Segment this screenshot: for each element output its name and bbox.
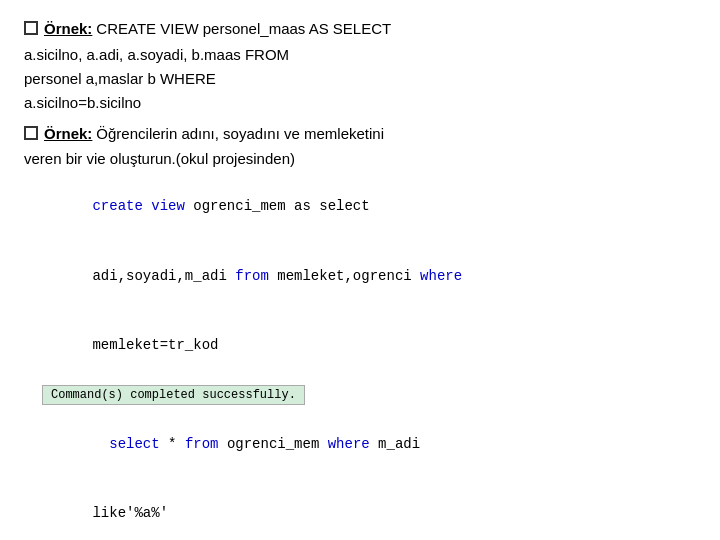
example1-header: Örnek: CREATE VIEW personel_maas AS SELE… (24, 18, 696, 41)
success-message: Command(s) completed successfully. (42, 385, 305, 405)
code2-like: like'%a%' (92, 505, 168, 521)
example1-line2: a.sicilno, a.adi, a.soyadi, b.maas FROM (24, 43, 696, 67)
code-block-1: create view ogrenci_mem as select (42, 173, 696, 240)
kw-from-1: from (235, 268, 269, 284)
ornek-label-1: Örnek: (44, 20, 92, 37)
example1-text: CREATE VIEW personel_maas AS SELECT (96, 20, 391, 37)
kw-from-2: from (185, 436, 219, 452)
code2-indent (92, 436, 109, 452)
example2-desc1: Öğrencilerin adını, soyadını ve memleket… (96, 123, 384, 146)
code1-rest1: ogrenci_mem as select (185, 198, 370, 214)
kw-select: select (109, 436, 159, 452)
code-block-4: select * from ogrenci_mem where m_adi (42, 411, 696, 478)
code-block-5: like'%a%' (42, 480, 696, 540)
code1-memleket-trkod: memleket=tr_kod (92, 337, 218, 353)
example2-header: Örnek: Öğrencilerin adını, soyadını ve m… (24, 123, 696, 146)
code2-table: ogrenci_mem (218, 436, 327, 452)
content-area: Örnek: CREATE VIEW personel_maas AS SELE… (24, 18, 696, 540)
kw-create-view: create view (92, 198, 184, 214)
example-1-block: Örnek: CREATE VIEW personel_maas AS SELE… (24, 18, 696, 115)
bullet-2 (24, 126, 38, 140)
example1-line3: personel a,maslar b WHERE (24, 67, 696, 91)
code2-star: * (160, 436, 185, 452)
code-block-2: adi,soyadi,m_adi from memleket,ogrenci w… (42, 242, 696, 309)
example-2-block: Örnek: Öğrencilerin adını, soyadını ve m… (24, 123, 696, 541)
kw-where-2: where (328, 436, 370, 452)
code2-madi: m_adi (370, 436, 420, 452)
example1-code-inline: CREATE VIEW personel_maas AS SELECT (96, 18, 391, 41)
example1-line4: a.sicilno=b.sicilno (24, 91, 696, 115)
code1-adi: adi,soyadi,m_adi (92, 268, 235, 284)
bullet-1 (24, 21, 38, 35)
example2-desc2: veren bir vie oluşturun.(okul projesinde… (24, 147, 696, 171)
code-block-3: memleket=tr_kod (42, 311, 696, 378)
code1-memleket: memleket,ogrenci (269, 268, 420, 284)
kw-where-1: where (420, 268, 462, 284)
ornek-label-2: Örnek: (44, 125, 92, 142)
